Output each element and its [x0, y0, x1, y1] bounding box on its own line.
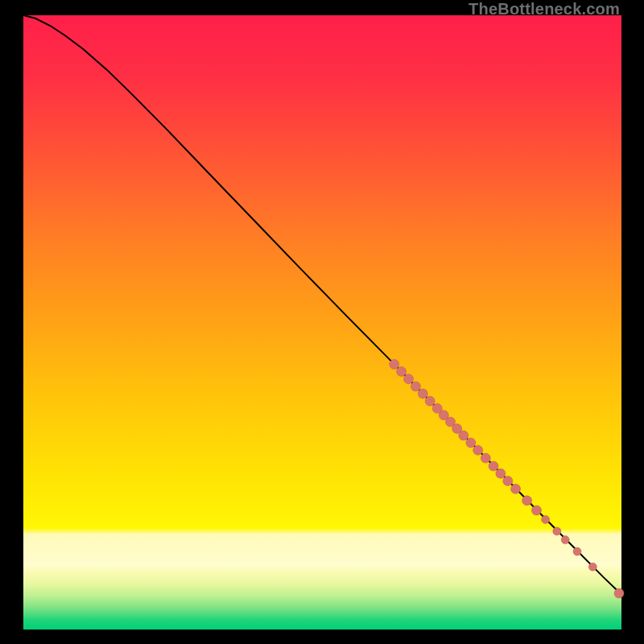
- data-dot: [425, 396, 435, 406]
- plot-area: [23, 15, 621, 630]
- data-dot: [542, 515, 550, 523]
- data-dot: [614, 588, 624, 598]
- data-dot: [481, 453, 490, 463]
- data-dot: [588, 563, 597, 571]
- data-dot: [411, 382, 420, 391]
- bottleneck-curve: [23, 15, 621, 595]
- chart-stage: TheBottleneck.com: [0, 0, 644, 644]
- data-dot: [503, 476, 513, 485]
- data-dot: [573, 547, 581, 555]
- data-dot: [522, 496, 532, 506]
- data-dot: [553, 527, 561, 535]
- data-dot: [473, 445, 483, 455]
- data-dot: [390, 359, 399, 369]
- data-dot: [489, 461, 498, 471]
- data-dot: [532, 506, 542, 515]
- data-dot: [496, 469, 506, 478]
- data-dot: [404, 374, 414, 384]
- data-dot: [466, 438, 476, 448]
- data-dot: [397, 367, 407, 377]
- data-dot: [511, 484, 521, 493]
- data-dot: [418, 389, 427, 398]
- data-dot: [459, 431, 469, 440]
- data-dot: [561, 536, 569, 544]
- watermark: TheBottleneck.com: [469, 0, 620, 19]
- curve-layer: [23, 15, 621, 630]
